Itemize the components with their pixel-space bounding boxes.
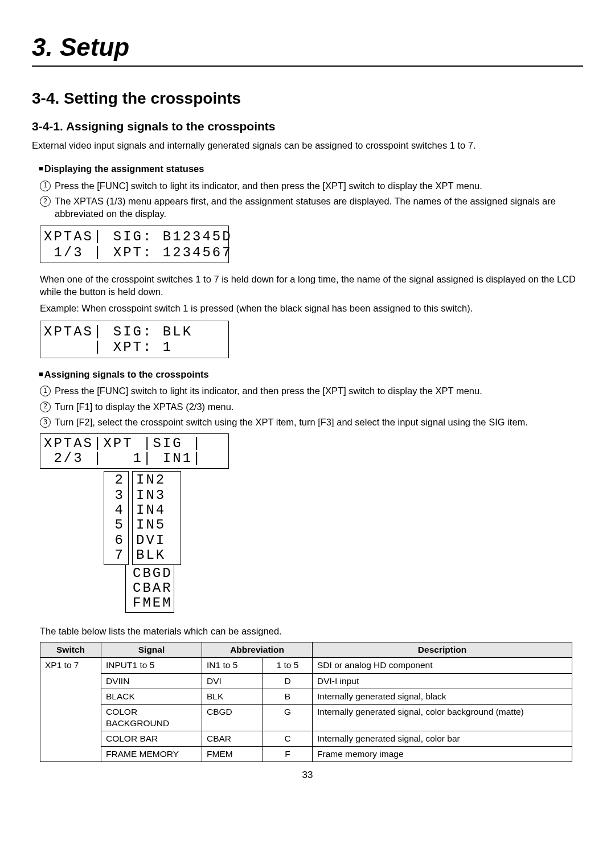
chapter-title: 3. Setup [32,31,583,67]
th-switch: Switch [40,642,101,658]
assign-step-1-text: Press the [FUNC] switch to light its ind… [55,385,583,397]
assign-step-3: 3 Turn [F2], select the crosspoint switc… [40,416,583,428]
assign-step-2-text: Turn [F1] to display the XPTAS (2/3) men… [55,401,583,413]
table-intro: The table below lists the materials whic… [40,625,583,637]
section-title: 3-4. Setting the crosspoints [32,88,583,109]
th-desc: Description [313,642,572,658]
display-step-2: 2 The XPTAS (1/3) menu appears first, an… [40,195,583,220]
step-number-icon: 2 [40,402,51,412]
lcd-display-2: XPTAS| SIG: BLK | XPT: 1 [40,321,229,358]
intro-paragraph: External video input signals and interna… [32,140,583,152]
menu-sig-options: IN2 IN3 IN4 IN5 DVI BLK [132,471,181,564]
table-row: COLOR BACKGROUND CBGD G Internally gener… [40,704,572,731]
th-signal: Signal [101,642,202,658]
display-step-2-text: The XPTAS (1/3) menu appears first, and … [55,195,583,220]
lcd-menu-display: XPTAS|XPT |SIG | 2/3 | 1| IN1| 2 3 4 5 6… [40,433,583,613]
step-number-icon: 1 [40,181,51,191]
menu-xpt-options: 2 3 4 5 6 7 [104,471,129,564]
table-header-row: Switch Signal Abbreviation Description [40,642,572,658]
lcd-display-1: XPTAS| SIG: B12345D 1/3 | XPT: 1234567 [40,226,229,263]
menu-sig-extra: CBGD CBAR FMEM [125,565,174,613]
cell-switch: XP1 to 7 [40,658,101,762]
step-number-icon: 3 [40,417,51,428]
step-number-icon: 1 [40,386,51,396]
page-number: 33 [32,769,583,781]
display-after-p1: When one of the crosspoint switches 1 to… [40,273,583,298]
table-row: DVIIN DVI D DVI-I input [40,673,572,689]
assign-step-2: 2 Turn [F1] to display the XPTAS (2/3) m… [40,401,583,413]
subhead-assign: Assigning signals to the crosspoints [39,369,583,380]
th-abbrev: Abbreviation [202,642,313,658]
assign-step-1: 1 Press the [FUNC] switch to light its i… [40,385,583,397]
step-number-icon: 2 [40,196,51,207]
materials-table: Switch Signal Abbreviation Description X… [40,642,572,762]
table-row: FRAME MEMORY FMEM F Frame memory image [40,747,572,762]
assign-step-3-text: Turn [F2], select the crosspoint switch … [55,416,583,428]
subsection-title: 3-4-1. Assigning signals to the crosspoi… [32,118,583,134]
display-step-1-text: Press the [FUNC] switch to light its ind… [55,180,583,192]
table-row: BLACK BLK B Internally generated signal,… [40,689,572,704]
subhead-display: Displaying the assignment statuses [39,163,583,175]
display-after-p2: Example: When crosspoint switch 1 is pre… [40,302,583,314]
table-row: COLOR BAR CBAR C Internally generated si… [40,731,572,747]
display-step-1: 1 Press the [FUNC] switch to light its i… [40,180,583,192]
table-row: XP1 to 7 INPUT1 to 5 IN1 to 5 1 to 5 SDI… [40,658,572,673]
